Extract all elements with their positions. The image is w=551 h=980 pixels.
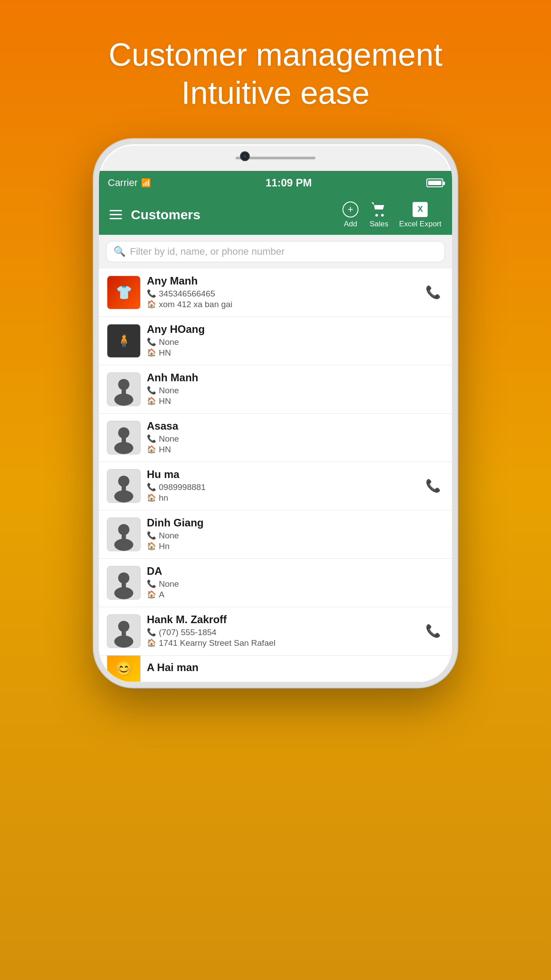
customer-address: 🏠 hn	[147, 493, 416, 503]
avatar: 👕	[107, 276, 141, 309]
customer-address: 🏠 Hn	[147, 541, 444, 551]
customer-name: DA	[147, 565, 444, 577]
customer-address: 🏠 HN	[147, 396, 444, 406]
list-item[interactable]: Dinh Giang 📞 None 🏠 Hn	[99, 510, 452, 559]
status-carrier: Carrier 📶	[108, 177, 151, 189]
call-icon: 📞	[425, 285, 441, 300]
customer-info: Any Manh 📞 345346566465 🏠 xom 412 xa ban…	[147, 275, 416, 310]
svg-point-23	[118, 620, 129, 632]
call-icon: 📞	[425, 624, 441, 638]
list-item[interactable]: Hu ma 📞 0989998881 🏠 hn 📞	[99, 462, 452, 510]
customer-address: 🏠 A	[147, 590, 444, 600]
person-avatar-icon	[107, 518, 140, 551]
status-battery	[426, 178, 443, 187]
home-icon: 🏠	[147, 590, 156, 599]
side-button-power	[457, 273, 457, 322]
side-button-vol-up	[94, 273, 94, 308]
customer-info: DA 📞 None 🏠 A	[147, 565, 444, 601]
side-button-mute	[94, 233, 94, 260]
customer-info: Dinh Giang 📞 None 🏠 Hn	[147, 517, 444, 552]
home-icon: 🏠	[147, 300, 156, 309]
person-avatar-icon	[107, 566, 140, 600]
phone-icon: 📞	[147, 482, 156, 492]
search-bar-container: 🔍 Filter by id, name, or phone number	[99, 235, 452, 269]
home-icon: 🏠	[147, 638, 156, 648]
status-time: 11:09 PM	[266, 177, 312, 189]
call-button[interactable]: 📞	[422, 475, 444, 497]
home-icon: 🏠	[147, 493, 156, 502]
customer-name: Hank M. Zakroff	[147, 613, 416, 626]
customer-info: Hu ma 📞 0989998881 🏠 hn	[147, 468, 416, 504]
customer-info: Any HOang 📞 None 🏠 HN	[147, 323, 444, 359]
customer-info: Anh Manh 📞 None 🏠 HN	[147, 371, 444, 407]
avatar	[107, 469, 141, 503]
avatar: 😊	[107, 656, 141, 682]
list-item[interactable]: 😊 A Hai man	[99, 656, 452, 682]
svg-rect-21	[122, 583, 126, 591]
customer-phone: 📞 (707) 555-1854	[147, 628, 416, 637]
phone-screen: Carrier 📶 11:09 PM Customers +	[99, 171, 452, 682]
svg-rect-5	[122, 389, 126, 397]
add-label: Add	[344, 220, 357, 229]
home-icon: 🏠	[147, 445, 156, 454]
customer-name: A Hai man	[147, 661, 444, 674]
header-title: Customers	[131, 207, 342, 222]
customer-info: Asasa 📞 None 🏠 HN	[147, 420, 444, 455]
customer-phone: 📞 None	[147, 434, 444, 444]
person-avatar-icon	[107, 469, 140, 503]
hero-title-line1: Customer management	[109, 36, 442, 74]
add-button[interactable]: + Add	[342, 201, 359, 229]
avatar: 🧍	[107, 324, 141, 358]
sales-button[interactable]: Sales	[370, 201, 389, 229]
customer-name: Hu ma	[147, 468, 416, 481]
list-item[interactable]: 👕 Any Manh 📞 345346566465 🏠 xom 412 xa b…	[99, 269, 452, 317]
customer-address: 🏠 HN	[147, 445, 444, 454]
add-circle-icon: +	[342, 202, 358, 217]
phone-icon: 📞	[147, 337, 156, 347]
list-item[interactable]: Anh Manh 📞 None 🏠 HN	[99, 365, 452, 414]
customer-name: Dinh Giang	[147, 517, 444, 529]
customer-info: A Hai man	[147, 661, 444, 676]
avatar	[107, 518, 141, 551]
svg-rect-13	[122, 486, 126, 494]
svg-point-1	[381, 214, 384, 217]
status-bar: Carrier 📶 11:09 PM	[99, 171, 452, 195]
list-item[interactable]: DA 📞 None 🏠 A	[99, 559, 452, 607]
phone-icon: 📞	[147, 289, 156, 298]
customer-address: 🏠 1741 Kearny Street San Rafael	[147, 638, 416, 648]
customer-name: Asasa	[147, 420, 444, 432]
customer-name: Anh Manh	[147, 371, 444, 384]
phone-icon: 📞	[147, 434, 156, 443]
svg-point-3	[118, 379, 129, 390]
hamburger-button[interactable]	[110, 210, 122, 219]
cart-icon	[371, 202, 387, 217]
list-item[interactable]: Asasa 📞 None 🏠 HN	[99, 414, 452, 462]
call-button[interactable]: 📞	[422, 620, 444, 642]
header-actions: + Add Sales X	[342, 201, 441, 229]
customer-list: 👕 Any Manh 📞 345346566465 🏠 xom 412 xa b…	[99, 269, 452, 682]
customer-phone: 📞 None	[147, 386, 444, 395]
home-icon: 🏠	[147, 396, 156, 406]
list-item[interactable]: Hank M. Zakroff 📞 (707) 555-1854 🏠 1741 …	[99, 607, 452, 656]
excel-export-button[interactable]: X Excel Export	[399, 201, 441, 229]
call-button[interactable]: 📞	[422, 281, 444, 304]
list-item[interactable]: 🧍 Any HOang 📞 None 🏠 HN	[99, 317, 452, 365]
excel-export-label: Excel Export	[399, 220, 441, 229]
customer-phone: 📞 None	[147, 337, 444, 347]
svg-rect-17	[122, 534, 126, 542]
search-bar[interactable]: 🔍 Filter by id, name, or phone number	[106, 241, 445, 262]
svg-rect-9	[122, 438, 126, 446]
excel-icon: X	[413, 202, 428, 217]
customer-phone: 📞 None	[147, 579, 444, 589]
hero-title-line2: Intuitive ease	[109, 74, 442, 112]
person-avatar-icon	[107, 421, 140, 454]
customer-phone: 📞 0989998881	[147, 482, 416, 492]
customer-info: Hank M. Zakroff 📞 (707) 555-1854 🏠 1741 …	[147, 613, 416, 649]
phone-icon: 📞	[147, 579, 156, 589]
svg-point-7	[118, 427, 129, 438]
home-icon: 🏠	[147, 541, 156, 551]
sales-label: Sales	[370, 220, 389, 229]
customer-name: Any Manh	[147, 275, 416, 287]
search-icon: 🔍	[114, 246, 126, 257]
home-icon: 🏠	[147, 348, 156, 357]
